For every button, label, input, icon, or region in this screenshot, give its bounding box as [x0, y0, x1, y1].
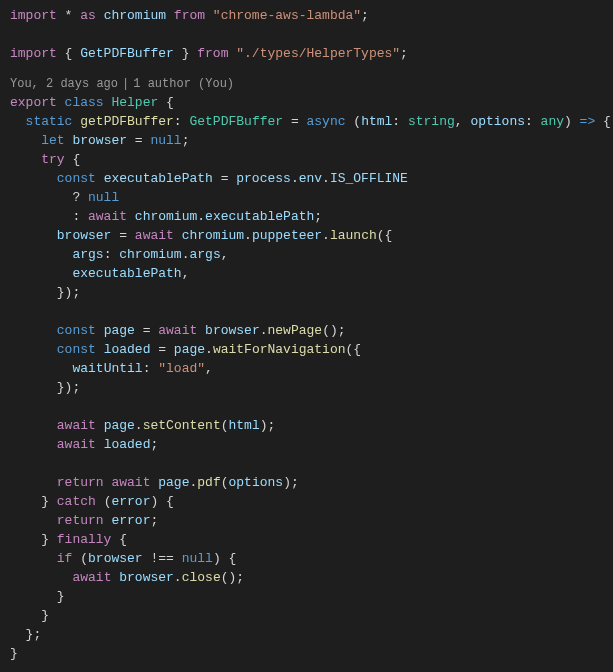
code-line: return error;	[10, 511, 603, 530]
code-line: }	[10, 644, 603, 663]
code-line: const page = await browser.newPage();	[10, 321, 603, 340]
code-line: return await page.pdf(options);	[10, 473, 603, 492]
code-line: executablePath,	[10, 264, 603, 283]
code-line: import * as chromium from "chrome-aws-la…	[10, 6, 603, 25]
code-line: args: chromium.args,	[10, 245, 603, 264]
code-line: const executablePath = process.env.IS_OF…	[10, 169, 603, 188]
code-line: }	[10, 587, 603, 606]
code-line: static getPDFBuffer: GetPDFBuffer = asyn…	[10, 112, 603, 131]
code-line: import { GetPDFBuffer } from "./types/He…	[10, 44, 603, 63]
code-line: await loaded;	[10, 435, 603, 454]
code-line: if (browser !== null) {	[10, 549, 603, 568]
code-line: });	[10, 378, 603, 397]
codelens-author[interactable]: You, 2 days ago	[10, 77, 118, 91]
code-line: export class Helper {	[10, 93, 603, 112]
code-line: await browser.close();	[10, 568, 603, 587]
code-line	[10, 454, 603, 473]
codelens-count[interactable]: 1 author (You)	[133, 77, 234, 91]
code-line: };	[10, 625, 603, 644]
code-line: } catch (error) {	[10, 492, 603, 511]
code-line: ? null	[10, 188, 603, 207]
codelens[interactable]: You, 2 days ago|1 author (You)	[10, 77, 603, 91]
code-line: });	[10, 283, 603, 302]
code-line: let browser = null;	[10, 131, 603, 150]
code-line	[10, 25, 603, 44]
code-line: : await chromium.executablePath;	[10, 207, 603, 226]
code-line	[10, 397, 603, 416]
code-line: const loaded = page.waitForNavigation({	[10, 340, 603, 359]
code-line: try {	[10, 150, 603, 169]
code-line: browser = await chromium.puppeteer.launc…	[10, 226, 603, 245]
code-editor[interactable]: import * as chromium from "chrome-aws-la…	[10, 6, 603, 663]
code-line: } finally {	[10, 530, 603, 549]
code-line: waitUntil: "load",	[10, 359, 603, 378]
code-line: await page.setContent(html);	[10, 416, 603, 435]
code-line	[10, 302, 603, 321]
code-line: }	[10, 606, 603, 625]
